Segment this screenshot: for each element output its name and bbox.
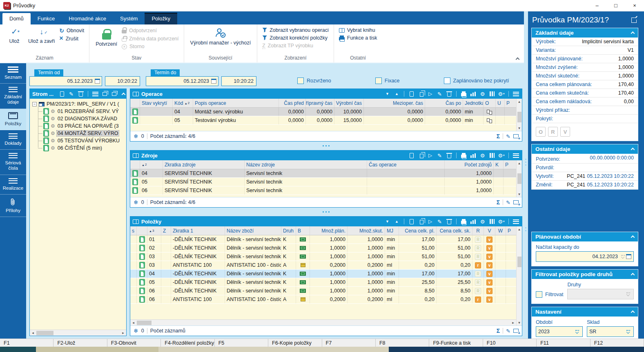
panel-splitter[interactable] <box>130 142 522 150</box>
sidebar-item-seznam[interactable]: Seznam <box>0 63 26 84</box>
panel-menu-icon[interactable] <box>513 152 519 159</box>
gear-dropdown-icon[interactable] <box>498 152 505 159</box>
minimize-button[interactable]: – <box>588 0 606 11</box>
panel-splitter[interactable] <box>130 208 522 216</box>
tree-item[interactable]: 04 MONTÁŽ SERV. VÝRO <box>43 130 125 137</box>
sidebar-item-doklady[interactable]: Doklady <box>0 130 26 150</box>
r-badge[interactable]: R <box>475 288 481 294</box>
expand-all-icon[interactable] <box>101 90 108 97</box>
edit-icon[interactable] <box>436 152 443 159</box>
gear-dropdown-icon[interactable] <box>498 90 505 97</box>
v-badge[interactable]: v <box>486 262 492 268</box>
tree-menu-icon[interactable] <box>92 90 99 97</box>
v-badge[interactable]: v <box>486 245 492 251</box>
settings-gears-icon[interactable] <box>479 218 486 225</box>
zdroje-row[interactable]: 06 SERVISNÍ TECHNIK Servisní technik 1,0… <box>130 186 516 195</box>
snowflake-icon[interactable] <box>134 328 138 334</box>
print-icon[interactable] <box>460 90 467 97</box>
filtrovat-header[interactable]: Filtrovat položky podle druhů <box>532 270 638 279</box>
confirm-button[interactable]: Potvrzení <box>93 26 120 55</box>
chart-icon[interactable] <box>470 90 477 97</box>
function-key[interactable]: F5 <box>215 339 268 347</box>
v-badge[interactable]: v <box>486 254 492 260</box>
delete-icon[interactable] <box>446 90 452 97</box>
function-key[interactable]: F10 <box>483 339 537 347</box>
edit-icon[interactable] <box>68 90 75 97</box>
nastaveni-header[interactable]: Nastavení <box>532 307 638 317</box>
v-badge[interactable]: v <box>486 279 492 286</box>
collapse-all-icon[interactable] <box>111 90 118 97</box>
vertical-splitter[interactable] <box>524 11 528 339</box>
tree-item[interactable]: 05 TESTOVÁNÍ VÝROBKU <box>43 137 125 144</box>
delete-icon[interactable] <box>77 90 84 97</box>
checkbox[interactable] <box>444 77 450 84</box>
sidebar-item-prilohy[interactable]: Přílohy <box>0 195 26 217</box>
delete-icon[interactable] <box>446 152 452 159</box>
copy-record-icon[interactable] <box>417 218 424 225</box>
edit-icon[interactable] <box>436 90 443 97</box>
show-tp-product-button[interactable]: Zobrazit TP výrobku <box>262 43 329 49</box>
r-badge[interactable]: R <box>475 254 481 260</box>
ribbon-collapse-icon[interactable] <box>516 56 520 60</box>
edit-icon[interactable] <box>506 133 510 139</box>
operace-row[interactable]: 04 Montáž serv. výrobku 0,0000 0,0000 10… <box>130 108 516 116</box>
change-confirm-date-button[interactable]: Změna data potvrzení <box>122 35 179 42</box>
sum-icon[interactable] <box>497 328 500 334</box>
table-add-icon[interactable] <box>513 329 519 333</box>
r-badge[interactable]: r <box>475 262 481 268</box>
checkbox-zaplanovano[interactable]: Zaplánováno bez pokrytí <box>444 77 509 84</box>
sum-icon[interactable] <box>497 133 500 139</box>
filtrovat-checkbox[interactable]: Filtrovat <box>536 291 563 299</box>
move-down-icon[interactable] <box>384 218 391 225</box>
function-key[interactable]: F7 <box>322 339 376 347</box>
sidebar-item-zakladni-udaje[interactable]: Základní údaje <box>0 84 26 108</box>
vertical-scrollbar[interactable]: ▴▾ <box>516 160 522 197</box>
polozky-row[interactable]: 06 ANTISTATIC 100 ANTISTATIC 100 - čistí… <box>130 295 516 304</box>
save-and-close-button[interactable]: Ulož a zavři <box>25 26 58 55</box>
new-record-icon[interactable] <box>58 90 65 97</box>
panel-menu-icon[interactable] <box>513 90 519 97</box>
columns-icon[interactable] <box>488 152 495 159</box>
r-badge[interactable]: R <box>475 271 481 277</box>
v-badge[interactable]: v <box>486 271 492 277</box>
operace-row[interactable]: 05 Testování výrobku 0,0000 0,0000 15,00… <box>130 116 516 125</box>
sort-indicator[interactable]: 2 <box>142 163 147 166</box>
flag-v[interactable]: V <box>560 127 570 137</box>
ostatni-udaje-header[interactable]: Ostatní údaje <box>532 144 638 154</box>
table-add-icon[interactable] <box>513 200 519 204</box>
zdroje-row[interactable]: 04 SERVISNÍ TECHNIK Servisní technik 1,0… <box>130 169 516 178</box>
run-icon[interactable] <box>427 218 434 225</box>
save-button[interactable]: Ulož <box>3 26 25 55</box>
function-key[interactable]: F12 <box>591 339 644 347</box>
copy-record-icon[interactable] <box>417 90 424 97</box>
function-key[interactable]: F8 <box>376 339 429 347</box>
print-icon[interactable] <box>460 152 467 159</box>
calendar-icon[interactable] <box>626 254 631 259</box>
termin-do-date-field[interactable]: 05.12.2023 <box>146 76 218 86</box>
panel-menu-icon[interactable] <box>513 218 519 225</box>
unconfirm-button[interactable]: Odpotvrzení <box>122 27 179 33</box>
polozky-row[interactable]: 01 -DĚLNÍK TECHNIK Dělník - servisní tec… <box>130 235 516 244</box>
copy-record-icon[interactable] <box>417 152 424 159</box>
snowflake-icon[interactable] <box>134 133 138 139</box>
function-key[interactable]: F9-Funkce a tisk <box>429 339 483 347</box>
r-badge[interactable]: R <box>475 245 481 251</box>
new-record-icon[interactable] <box>408 90 415 97</box>
tree-item[interactable]: 02 DIAGNOSTIKA ZÁVAD <box>43 115 125 122</box>
dropdown-icon[interactable] <box>574 330 580 333</box>
table-add-icon[interactable] <box>513 134 519 138</box>
tab-funkce[interactable]: Funkce <box>31 13 62 24</box>
polozky-row[interactable]: 04 -DĚLNÍK TECHNIK Dělník - servisní tec… <box>130 270 516 278</box>
vertical-scrollbar[interactable]: ▴▾ <box>516 226 522 325</box>
zdroje-row[interactable]: 05 SERVISNÍ TECHNIK Servisní technik 1,0… <box>130 178 516 186</box>
termin-od-date-field[interactable]: 05.12.2023 <box>29 76 102 86</box>
function-key[interactable]: F6-Kopie položky <box>268 339 322 347</box>
run-icon[interactable] <box>427 90 434 97</box>
tree-root-item[interactable]: PM/2023/1?: IMPL_SERV / V1 ( <box>32 100 125 108</box>
r-badge[interactable]: R <box>475 279 481 286</box>
show-correction-items-button[interactable]: Zobrazit korekční položky <box>262 35 329 41</box>
flag-o[interactable]: O <box>536 127 546 137</box>
calendar-icon[interactable] <box>211 79 216 84</box>
refresh-button[interactable]: Obnovit <box>59 27 84 34</box>
tab-polozky[interactable]: Položky <box>145 13 177 24</box>
